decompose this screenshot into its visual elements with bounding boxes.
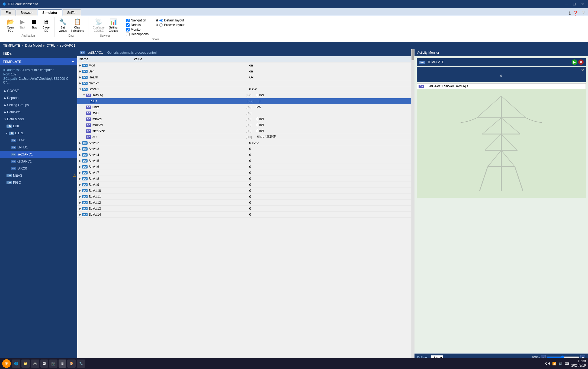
table-row[interactable]: ▶ DO StrVal8 0 [77, 176, 411, 182]
strval5-expand[interactable]: ▶ [78, 159, 82, 162]
strval11-expand[interactable]: ▶ [78, 195, 82, 198]
sidebar-item-setting-groups[interactable]: ▶ Setting Groups [0, 101, 77, 109]
strval14-expand[interactable]: ▶ [78, 213, 82, 216]
ied-header[interactable]: TEMPLATE ▼ [0, 58, 77, 65]
table-row[interactable]: DA units [CF] kW [77, 104, 411, 110]
breadcrumb-setgapc1[interactable]: setGAPC1 [60, 44, 75, 47]
taskbar-network-icon[interactable]: 📶 [552, 362, 556, 365]
taskbar-language-icon[interactable]: ⌨ [565, 362, 569, 365]
minimize-button[interactable]: ─ [564, 1, 570, 7]
sidebar-item-data-model[interactable]: ▼ Data Model [0, 116, 77, 123]
help-icon[interactable]: ℹ [569, 11, 571, 16]
table-row[interactable]: ▶ DO StrVal12 0 [77, 200, 411, 206]
strval9-expand[interactable]: ▶ [78, 183, 82, 186]
default-layout-radio[interactable] [159, 19, 163, 22]
start-button[interactable]: ▶ Start [17, 17, 28, 30]
strval8-expand[interactable]: ▶ [78, 177, 82, 180]
table-row[interactable]: ▶ DO Mod on [77, 62, 411, 68]
table-row[interactable]: ▶ DO StrVal2 0 kVAr [77, 140, 411, 146]
table-row[interactable]: ▶ DO StrVal11 0 [77, 194, 411, 200]
data-scrollbar[interactable] [411, 49, 415, 361]
taskbar-explorer[interactable]: 📁 [21, 360, 30, 368]
checkbox-details[interactable]: Details [126, 23, 149, 27]
question-icon[interactable]: ❔ [580, 11, 586, 16]
checkbox-descriptions[interactable]: Descriptions [126, 32, 149, 36]
ctrl-expand[interactable]: ▼ [5, 132, 9, 135]
sidebar-item-ld0[interactable]: LD LD0 [0, 123, 77, 130]
taskbar-tools[interactable]: 🔧 [77, 360, 85, 368]
taskbar-media[interactable]: 🎮 [31, 360, 39, 368]
table-row[interactable]: ▶ DO StrVal4 0 [77, 152, 411, 158]
beh-expand[interactable]: ▶ [78, 70, 82, 73]
checkbox-navigation[interactable]: Navigation [126, 18, 149, 22]
table-row[interactable]: ▼ DO StrVal1 0 kW [77, 86, 411, 92]
sidebar-item-datasets[interactable]: ▶ DataSets [0, 109, 77, 116]
table-row[interactable]: ▶ DO Health Ok [77, 74, 411, 80]
maximize-button[interactable]: □ [572, 1, 577, 7]
strval12-expand[interactable]: ▶ [78, 201, 82, 204]
strval1-expand[interactable]: ▼ [78, 88, 82, 91]
sidebar-item-ctrl[interactable]: ▼ LD CTRL [0, 130, 77, 137]
setting-groups-expand[interactable]: ▶ [3, 104, 7, 107]
sidebar-item-pigo[interactable]: LD PIGO [0, 179, 77, 186]
tab-browser[interactable]: Browser [16, 9, 37, 16]
data-model-expand[interactable]: ▼ [3, 118, 7, 121]
breadcrumb-ctrl[interactable]: CTRL [47, 44, 55, 47]
help2-icon[interactable]: ❓ [573, 11, 578, 16]
table-row[interactable]: DA f [SP] 0 [77, 98, 411, 104]
strval4-expand[interactable]: ▶ [78, 153, 82, 156]
table-row[interactable]: ▶ DO StrVal3 0 [77, 146, 411, 152]
strval10-expand[interactable]: ▶ [78, 189, 82, 192]
sidebar-item-iarc0[interactable]: LN IARC0 [0, 165, 77, 172]
taskbar-volume-icon[interactable]: 🔊 [558, 362, 563, 365]
clear-indications-button[interactable]: 📋 Clearindications [69, 17, 85, 34]
radio-browse-layout[interactable]: 🖥 Browse layout [155, 23, 184, 27]
table-row[interactable]: ▶ DO StrVal10 0 [77, 188, 411, 194]
browse-layout-radio[interactable] [159, 23, 163, 27]
sidebar-item-lphd1[interactable]: LN LPHD1 [0, 144, 77, 151]
namplt-expand[interactable]: ▶ [78, 82, 82, 85]
reports-expand[interactable]: ▶ [3, 97, 7, 100]
sidebar-item-llno[interactable]: LN LLN0 [0, 137, 77, 144]
dm-stop-button[interactable]: ✕ [578, 59, 584, 65]
health-expand[interactable]: ▶ [78, 76, 82, 79]
open-scl-button[interactable]: 📂 OpenSCL [5, 17, 16, 34]
table-row[interactable]: ▶ DO StrVal6 0 [77, 164, 411, 170]
taskbar-camera[interactable]: 📷 [49, 360, 57, 368]
strval3-expand[interactable]: ▶ [78, 147, 82, 150]
taskbar-monitor[interactable]: 🖥 [59, 360, 66, 368]
close-button[interactable]: ✕ [579, 1, 586, 7]
goose-expand[interactable]: ▶ [3, 90, 7, 93]
table-row[interactable]: DA maxVal [CF] 0 kW [77, 122, 411, 128]
taskbar-ie[interactable]: 🌐 [12, 360, 20, 368]
tab-simulator[interactable]: Simulator [38, 9, 62, 16]
set-values-button[interactable]: 🔧 Setvalues [57, 17, 68, 34]
strval6-expand[interactable]: ▶ [78, 165, 82, 168]
table-row[interactable]: ▶ DO StrVal9 0 [77, 182, 411, 188]
sidebar-item-meas[interactable]: LD MEAS ⚠ [0, 172, 77, 179]
setting-groups-button[interactable]: 📊 SettingGroups [107, 17, 120, 34]
mod-expand[interactable]: ▶ [78, 64, 82, 67]
details-checkbox[interactable] [126, 23, 130, 27]
scrollbar-thumb[interactable] [412, 49, 414, 60]
dm-play-button[interactable]: ▶ [572, 59, 577, 65]
taskbar-paint2[interactable]: 🎨 [67, 360, 76, 368]
configure-goose-button[interactable]: 📡 ConfigureGOOSE [91, 17, 106, 34]
table-row[interactable]: DA minVal [CF] 0 kW [77, 116, 411, 122]
sidebar-item-reports[interactable]: ▶ Reports [0, 94, 77, 101]
setmag-expand[interactable]: ▼ [82, 94, 86, 97]
breadcrumb-data-model[interactable]: Data Model [25, 44, 41, 47]
strval13-expand[interactable]: ▶ [78, 207, 82, 210]
strval7-expand[interactable]: ▶ [78, 171, 82, 174]
close-ied-button[interactable]: 🖥 CloseIED [41, 17, 52, 34]
table-row[interactable]: ▶ DO StrVal5 0 [77, 158, 411, 164]
sidebar-item-goose[interactable]: ▶ GOOSE [0, 87, 77, 94]
table-row[interactable]: DA stepSize [CF] 0 kW [77, 128, 411, 134]
strval2-expand[interactable]: ▶ [78, 141, 82, 144]
table-row[interactable]: ▶ DO StrVal7 0 [77, 170, 411, 176]
table-row[interactable]: ▶ DO StrVal13 0 [77, 206, 411, 212]
value-box-close[interactable]: ✕ [581, 68, 584, 72]
sidebar-item-setgapc1[interactable]: LN setGAPC1 [0, 151, 77, 158]
table-row[interactable]: ▼ DA setMag [SP] 0 kW [77, 92, 411, 98]
tab-file[interactable]: File [1, 9, 15, 16]
